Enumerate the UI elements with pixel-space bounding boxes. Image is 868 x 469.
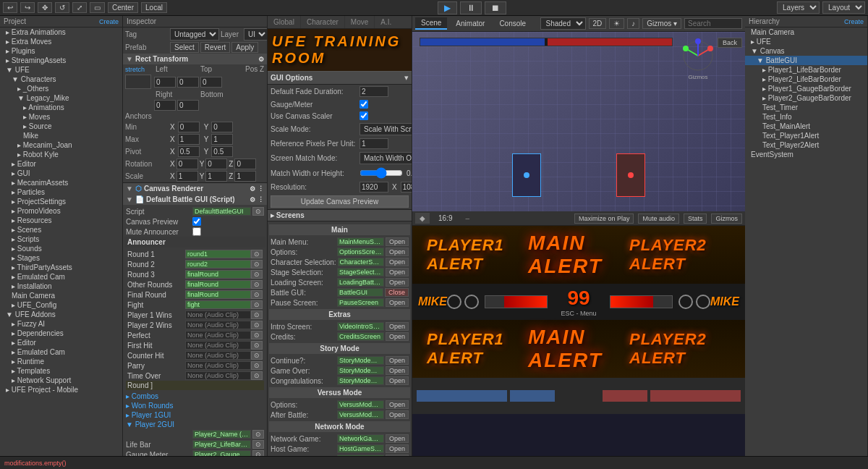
translate-btn[interactable]: ✥ (38, 2, 52, 13)
mute-announcer-checkbox[interactable] (192, 227, 201, 236)
move-tab[interactable]: Move (345, 16, 375, 28)
tree-item-robot-kyle[interactable]: ▸ Robot Kyle (0, 150, 122, 159)
pause-button[interactable]: ⏸ (460, 1, 482, 14)
audio-btn[interactable]: ♪ (627, 18, 639, 29)
intro-screen-open-btn[interactable]: Open (386, 322, 409, 331)
lifebar-dot-btn[interactable]: ⊙ (252, 440, 264, 449)
gui-options-collapse-btn[interactable]: ▾ (404, 73, 409, 83)
scale-mode-dropdown[interactable]: Scale With Screen Size (359, 123, 412, 135)
tree-item-ufe-project-mobile[interactable]: ▸ UFE Project - Mobile (0, 385, 122, 394)
hier-p1-gauge[interactable]: ▸ Player1_GaugeBarBorder (745, 84, 867, 93)
rect-transform-header[interactable]: ▼ Rect Transform ⚙ (123, 54, 267, 64)
tree-item-network-support[interactable]: ▸ Network Support (0, 376, 122, 385)
match-width-slider[interactable] (359, 167, 403, 179)
hier-text-player1alert[interactable]: Text_Player1Alert (745, 131, 867, 140)
layout-select[interactable]: Layout (822, 1, 865, 14)
screens-header[interactable]: ▸ Screens (268, 210, 412, 221)
rot-x-input[interactable] (176, 159, 198, 169)
hier-battlegui[interactable]: ▼ BattleGUI (745, 56, 867, 65)
scale-btn[interactable]: ⤢ (72, 2, 87, 13)
rot-z-input[interactable] (234, 159, 256, 169)
project-create[interactable]: Create (99, 18, 119, 25)
tree-item-emulated-cam[interactable]: ▸ Emulated Cam (0, 272, 122, 282)
use-canvas-checkbox[interactable] (359, 111, 368, 120)
hierarchy-create-btn[interactable]: Create (844, 18, 864, 25)
tree-item-scenes[interactable]: ▸ Scenes (0, 225, 122, 234)
scale-x-input[interactable] (176, 171, 198, 182)
tree-item-emulated-cam2[interactable]: ▸ Emulated Cam (0, 347, 122, 357)
tree-item-ufe-addons[interactable]: ▼ UFE Addons (0, 310, 122, 319)
hier-p1-lifebar[interactable]: ▸ Player1_LifeBarBorder (745, 65, 867, 75)
tree-item-dependencies[interactable]: ▸ Dependencies (0, 329, 122, 338)
tag-dropdown[interactable]: Untagged (170, 28, 219, 41)
tree-item-mecanim-assets[interactable]: ▸ MecanimAssets (0, 178, 122, 187)
p2wins-dot-btn[interactable]: ⊙ (251, 321, 263, 329)
canvas-preview-checkbox[interactable] (192, 217, 201, 226)
hier-test-main-alert[interactable]: Test_MainAlert (745, 122, 867, 131)
script-dot-btn[interactable]: ⊙ (252, 207, 264, 216)
res-y-input[interactable] (401, 182, 412, 193)
hier-p2-gauge[interactable]: ▸ Player2_GaugeBarBorder (745, 93, 867, 103)
other-rounds-dot-btn[interactable]: ⊙ (251, 280, 263, 289)
tree-item-runtime[interactable]: ▸ Runtime (0, 357, 122, 366)
scene-tab[interactable]: Scene (415, 17, 447, 30)
host-game-open-btn[interactable]: Open (386, 444, 409, 453)
p1wins-dot-btn[interactable]: ⊙ (251, 310, 263, 319)
options-open-btn[interactable]: Open (386, 248, 409, 256)
counter-hit-dot-btn[interactable]: ⊙ (251, 351, 263, 360)
left-input[interactable] (154, 77, 176, 88)
gauge-dot-btn[interactable]: ⊙ (252, 450, 264, 456)
fade-duration-input[interactable] (359, 86, 388, 97)
time-over-dot-btn[interactable]: ⊙ (251, 371, 263, 380)
tree-item-fuzzy-ai[interactable]: ▸ Fuzzy AI (0, 319, 122, 329)
tree-item-source[interactable]: ▸ Source (0, 122, 122, 131)
2d-btn[interactable]: 2D (589, 18, 607, 29)
tree-item-third-party[interactable]: ▸ ThirdPartyAssets (0, 263, 122, 272)
update-canvas-btn[interactable]: Update Canvas Preview (271, 195, 409, 208)
player1gui-label[interactable]: ▸ Player 1GUI (126, 411, 171, 419)
network-game-open-btn[interactable]: Open (386, 434, 409, 443)
animator-tab[interactable]: Animator (450, 18, 490, 29)
loading-screen-open-btn[interactable]: Open (386, 278, 409, 287)
play-button[interactable]: ▶ (438, 1, 457, 14)
rot-y-input[interactable] (205, 159, 227, 169)
tree-item-others[interactable]: ▸ _Others (0, 84, 122, 93)
tree-item-extra-animations[interactable]: ▸ Extra Animations (0, 28, 122, 37)
battle-gui-header[interactable]: ▼ 📄 Default Battle GUI (Script) ⚙ ⋮ (123, 194, 267, 205)
hier-p2-lifebar[interactable]: ▸ Player2_LifeBarBorder (745, 75, 867, 84)
stats-btn[interactable]: Stats (684, 214, 707, 224)
maximize-on-play-btn[interactable]: Maximize on Play (574, 214, 634, 224)
tree-item-editor2[interactable]: ▸ Editor (0, 338, 122, 347)
rotate-btn[interactable]: ↺ (55, 2, 69, 13)
tree-item-characters[interactable]: ▼ Characters (0, 75, 122, 84)
prefab-apply-btn[interactable]: Apply (231, 42, 258, 53)
perfect-dot-btn[interactable]: ⊙ (251, 331, 263, 339)
prefab-revert-btn[interactable]: Revert (200, 42, 230, 53)
versus-options-open-btn[interactable]: Open (386, 400, 409, 409)
tree-item-sounds[interactable]: ▸ Sounds (0, 244, 122, 253)
top-input[interactable] (177, 77, 199, 88)
tree-item-ufe[interactable]: ▼ UFE (0, 65, 122, 75)
scene-search-input[interactable] (684, 18, 742, 29)
tree-item-animations[interactable]: ▸ Animations (0, 103, 122, 112)
tree-item-legacy-mike[interactable]: ▼ Legacy_Mike (0, 93, 122, 103)
pause-screen-open-btn[interactable]: Open (386, 298, 409, 307)
tree-item-templates[interactable]: ▸ Templates (0, 366, 122, 376)
redo-btn[interactable]: ↪ (20, 2, 35, 13)
tree-item-extra-moves[interactable]: ▸ Extra Moves (0, 37, 122, 46)
after-battle-open-btn[interactable]: Open (386, 410, 409, 419)
layers-select[interactable]: Layers (777, 1, 820, 14)
undo-btn[interactable]: ↩ (3, 2, 17, 13)
tree-item-project-settings[interactable]: ▸ ProjectSettings (0, 197, 122, 206)
rect-btn[interactable]: ▭ (90, 2, 105, 13)
pivot-x-input[interactable] (178, 146, 200, 157)
congrats-open-btn[interactable]: Open (386, 376, 409, 385)
stage-selection-open-btn[interactable]: Open (386, 268, 409, 276)
global-tab[interactable]: Global (268, 16, 301, 28)
prefab-select-btn[interactable]: Select (170, 42, 199, 53)
console-tab[interactable]: Console (493, 18, 532, 29)
round2-dot-btn[interactable]: ⊙ (251, 260, 263, 269)
credits-open-btn[interactable]: Open (386, 332, 409, 341)
tree-item-gui[interactable]: ▸ GUI (0, 169, 122, 178)
stop-button[interactable]: ⏹ (485, 1, 506, 14)
